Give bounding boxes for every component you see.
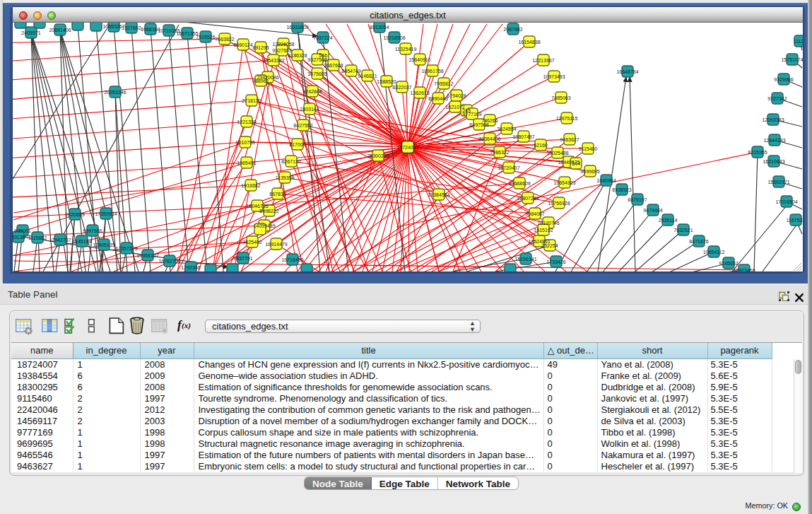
svg-text:17359934: 17359934: [95, 211, 117, 216]
svg-text:9115460: 9115460: [579, 146, 598, 151]
svg-text:16033809: 16033809: [286, 25, 308, 30]
svg-text:20364436: 20364436: [478, 136, 500, 141]
svg-text:19724007: 19724007: [396, 145, 418, 150]
svg-text:12942737: 12942737: [49, 238, 71, 243]
svg-text:15751074: 15751074: [781, 57, 803, 62]
svg-text:1615192: 1615192: [534, 228, 553, 233]
svg-text:8454749: 8454749: [341, 69, 360, 74]
svg-text:1167533: 1167533: [787, 218, 803, 223]
svg-text:1145194: 1145194: [73, 239, 92, 244]
svg-text:2718170: 2718170: [242, 98, 261, 103]
svg-text:7955812: 7955812: [434, 81, 453, 86]
svg-text:9146821: 9146821: [358, 74, 377, 78]
svg-text:3624554: 3624554: [497, 127, 516, 132]
svg-text:8498222: 8498222: [259, 209, 278, 214]
svg-text:8215955: 8215955: [748, 150, 767, 155]
svg-text:7515526: 7515526: [196, 35, 215, 40]
svg-text:12905135: 12905135: [93, 243, 114, 247]
svg-text:1292346: 1292346: [181, 265, 200, 270]
svg-text:62160: 62160: [534, 143, 548, 148]
svg-text:995061: 995061: [14, 228, 30, 233]
svg-text:16671355: 16671355: [176, 31, 198, 36]
svg-text:1010755: 1010755: [235, 140, 254, 145]
svg-text:10046736: 10046736: [246, 204, 268, 209]
svg-text:12444183: 12444183: [763, 138, 785, 143]
svg-text:9327503: 9327503: [272, 48, 291, 53]
svg-text:12923468: 12923468: [733, 268, 755, 272]
svg-text:9699695: 9699695: [580, 169, 599, 174]
svg-text:17016504: 17016504: [775, 199, 797, 204]
svg-text:2405571: 2405571: [21, 30, 40, 35]
svg-text:844: 844: [572, 161, 580, 166]
svg-text:15196141: 15196141: [514, 257, 536, 262]
svg-text:8267130: 8267130: [281, 159, 300, 164]
svg-text:8427552: 8427552: [293, 123, 312, 128]
svg-text:(x): (x): [182, 321, 191, 330]
svg-text:1221338: 1221338: [237, 119, 256, 124]
svg-text:20053346: 20053346: [104, 90, 126, 95]
svg-text:1362615: 1362615: [410, 90, 429, 95]
svg-text:7663822: 7663822: [215, 37, 234, 42]
svg-text:12093383: 12093383: [762, 117, 784, 122]
svg-text:2935114: 2935114: [659, 218, 678, 223]
svg-text:9329966: 9329966: [774, 77, 793, 82]
svg-text:7632621: 7632621: [673, 228, 693, 233]
svg-text:1115682: 1115682: [28, 235, 47, 240]
svg-text:6794028: 6794028: [447, 93, 466, 98]
svg-text:10973493: 10973493: [543, 74, 565, 79]
svg-text:16210643: 16210643: [763, 159, 784, 164]
svg-text:7625402: 7625402: [242, 240, 261, 245]
svg-text:8813054: 8813054: [370, 25, 389, 30]
svg-text:10807487: 10807487: [512, 134, 534, 139]
svg-text:19384554: 19384554: [428, 192, 449, 197]
svg-text:15640910: 15640910: [408, 57, 430, 62]
svg-text:817006: 817006: [289, 142, 305, 147]
svg-text:15692971: 15692971: [767, 180, 789, 185]
svg-text:2667608: 2667608: [324, 63, 343, 68]
svg-text:12213967: 12213967: [532, 58, 554, 63]
svg-text:7986322: 7986322: [490, 150, 509, 155]
svg-text:9657791: 9657791: [233, 256, 252, 261]
svg-text:7485063: 7485063: [551, 95, 570, 100]
svg-text:14099489: 14099489: [253, 223, 275, 228]
svg-text:9997586: 9997586: [83, 228, 102, 233]
svg-text:1588520: 1588520: [377, 79, 396, 84]
svg-text:25300235: 25300235: [367, 153, 389, 158]
svg-text:11127: 11127: [794, 39, 803, 44]
svg-text:33139: 33139: [13, 235, 25, 240]
svg-text:10654112: 10654112: [703, 250, 725, 255]
svg-text:1965491: 1965491: [237, 160, 256, 165]
svg-text:7357224: 7357224: [313, 35, 332, 40]
svg-text:19218506: 19218506: [383, 35, 405, 40]
svg-text:10961758: 10961758: [421, 69, 443, 74]
svg-text:3675685: 3675685: [307, 71, 326, 76]
svg-text:2803144: 2803144: [300, 107, 319, 112]
svg-text:11325419: 11325419: [395, 47, 417, 52]
svg-text:9463627: 9463627: [560, 137, 579, 142]
svg-text:1135359: 1135359: [276, 175, 295, 180]
svg-text:9777169: 9777169: [462, 112, 481, 117]
svg-text:19756928: 19756928: [548, 201, 570, 206]
svg-text:10958107: 10958107: [136, 253, 158, 258]
svg-text:2087682: 2087682: [503, 27, 522, 32]
svg-text:20691406: 20691406: [49, 28, 71, 33]
svg-text:867833: 867833: [269, 192, 286, 197]
svg-text:16782759: 16782759: [158, 259, 180, 264]
svg-text:8322037: 8322037: [392, 85, 411, 90]
svg-text:19654923: 19654923: [553, 180, 575, 185]
svg-text:9474444: 9474444: [643, 208, 662, 213]
svg-text:2020653: 2020653: [65, 212, 84, 217]
svg-text:13226058: 13226058: [272, 42, 294, 47]
svg-text:8660124: 8660124: [233, 42, 252, 47]
svg-text:1733426: 1733426: [546, 259, 565, 264]
svg-text:6497568: 6497568: [469, 122, 488, 127]
svg-text:8990448: 8990448: [428, 96, 447, 101]
svg-text:16120746: 16120746: [537, 221, 559, 226]
svg-text:252254: 252254: [541, 243, 558, 248]
svg-text:15720407: 15720407: [498, 165, 519, 170]
svg-text:10543382: 10543382: [262, 58, 284, 63]
svg-text:1527602: 1527602: [122, 25, 141, 30]
svg-text:8938923: 8938923: [612, 187, 631, 192]
svg-text:10025488: 10025488: [546, 151, 568, 156]
svg-text:19716485: 19716485: [281, 257, 303, 262]
